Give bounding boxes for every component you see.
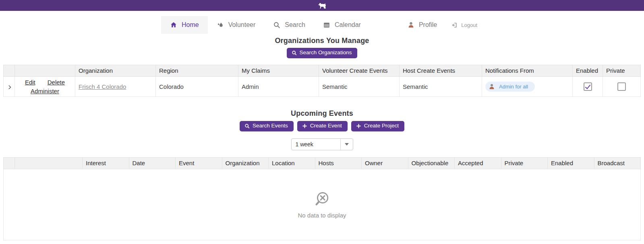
administer-link[interactable]: Administer	[31, 88, 59, 94]
plus-icon	[356, 123, 361, 129]
col-notifications-from[interactable]: Notifications From	[482, 65, 573, 76]
person-icon	[489, 83, 495, 90]
expand-row-icon[interactable]	[7, 84, 12, 90]
col-private[interactable]: Private	[603, 65, 641, 76]
no-data-label: No data to display	[298, 212, 346, 219]
event-range-value: 1 week	[292, 139, 340, 150]
create-event-label: Create Event	[310, 123, 342, 129]
home-icon	[170, 21, 177, 29]
nav-home-label: Home	[182, 21, 199, 29]
col-date[interactable]: Date	[129, 157, 176, 169]
col-private[interactable]: Private	[501, 157, 548, 169]
search-icon	[273, 21, 280, 29]
col-commands	[15, 157, 83, 169]
top-app-bar	[0, 0, 644, 11]
col-region[interactable]: Region	[156, 65, 238, 76]
events-table: Interest Date Event Organization Locatio…	[3, 157, 641, 169]
chevron-down-icon	[345, 143, 349, 146]
search-icon	[292, 50, 297, 55]
nav-search[interactable]: Search	[264, 16, 314, 34]
col-actions	[15, 65, 75, 76]
search-events-label: Search Events	[253, 123, 288, 129]
col-expand	[4, 157, 15, 169]
organization-link[interactable]: Frisch 4 Colorado	[79, 83, 126, 90]
search-organizations-label: Search Organizations	[300, 50, 352, 56]
main-nav: Home Volunteer Search Calendar P	[0, 16, 644, 34]
nav-home[interactable]: Home	[161, 16, 208, 34]
col-broadcast[interactable]: Broadcast	[594, 157, 641, 169]
horse-logo-icon	[318, 2, 327, 9]
col-my-claims[interactable]: My Claims	[238, 65, 319, 76]
col-objectionable[interactable]: Objectionable	[408, 157, 455, 169]
select-dropdown-button[interactable]	[340, 139, 353, 150]
edit-link[interactable]: Edit	[25, 79, 35, 86]
organizations-title: Organizations You Manage	[0, 37, 644, 45]
create-project-label: Create Project	[364, 123, 399, 129]
delete-link[interactable]: Delete	[48, 79, 65, 86]
search-events-button[interactable]: Search Events	[240, 121, 294, 131]
nav-volunteer-label: Volunteer	[228, 21, 256, 29]
nav-logout-label: Logout	[461, 22, 477, 28]
col-enabled[interactable]: Enabled	[573, 65, 603, 76]
my-claims-cell: Admin	[238, 76, 319, 96]
nav-calendar-label: Calendar	[335, 21, 361, 29]
organization-row: Edit Delete Administer Frisch 4 Colorado…	[4, 76, 641, 96]
notifications-badge-label: Admin for all	[499, 84, 528, 90]
col-interest[interactable]: Interest	[83, 157, 129, 169]
create-event-button[interactable]: Create Event	[297, 121, 348, 131]
person-icon	[408, 21, 414, 29]
volunteer-icon	[217, 21, 224, 29]
organizations-header-row: Organization Region My Claims Volunteer …	[4, 65, 641, 76]
search-icon	[244, 123, 250, 129]
search-organizations-button[interactable]: Search Organizations	[287, 48, 358, 58]
nav-profile[interactable]: Profile	[399, 16, 446, 34]
plus-icon	[302, 123, 307, 129]
events-empty-state: No data to display	[3, 169, 641, 240]
col-owner[interactable]: Owner	[362, 157, 408, 169]
col-volunteer-create-events[interactable]: Volunteer Create Events	[319, 65, 400, 76]
organizations-table: Organization Region My Claims Volunteer …	[3, 65, 641, 97]
nav-logout[interactable]: Logout	[446, 16, 483, 34]
col-event[interactable]: Event	[176, 157, 222, 169]
nav-calendar[interactable]: Calendar	[314, 16, 370, 34]
event-range-select[interactable]: 1 week	[291, 138, 353, 150]
create-project-button[interactable]: Create Project	[351, 121, 404, 131]
no-data-icon	[313, 191, 331, 208]
calendar-icon	[323, 21, 330, 29]
host-create-events-cell: Semantic	[400, 76, 482, 96]
nav-profile-label: Profile	[419, 21, 437, 29]
col-expand	[4, 65, 15, 76]
col-organization[interactable]: Organization	[222, 157, 269, 169]
region-cell: Colorado	[156, 76, 238, 96]
logout-icon	[451, 22, 458, 28]
col-enabled[interactable]: Enabled	[548, 157, 594, 169]
col-organization[interactable]: Organization	[75, 65, 156, 76]
notifications-badge[interactable]: Admin for all	[485, 82, 535, 92]
events-title: Upcoming Events	[0, 109, 644, 118]
col-location[interactable]: Location	[269, 157, 315, 169]
private-checkbox[interactable]	[617, 82, 626, 91]
volunteer-create-events-cell: Semantic	[319, 76, 400, 96]
col-accepted[interactable]: Accepted	[455, 157, 501, 169]
events-header-row: Interest Date Event Organization Locatio…	[4, 157, 641, 169]
nav-volunteer[interactable]: Volunteer	[208, 16, 265, 34]
col-hosts[interactable]: Hosts	[315, 157, 362, 169]
enabled-checkbox[interactable]	[584, 82, 592, 91]
col-host-create-events[interactable]: Host Create Events	[400, 65, 482, 76]
nav-search-label: Search	[285, 21, 305, 29]
